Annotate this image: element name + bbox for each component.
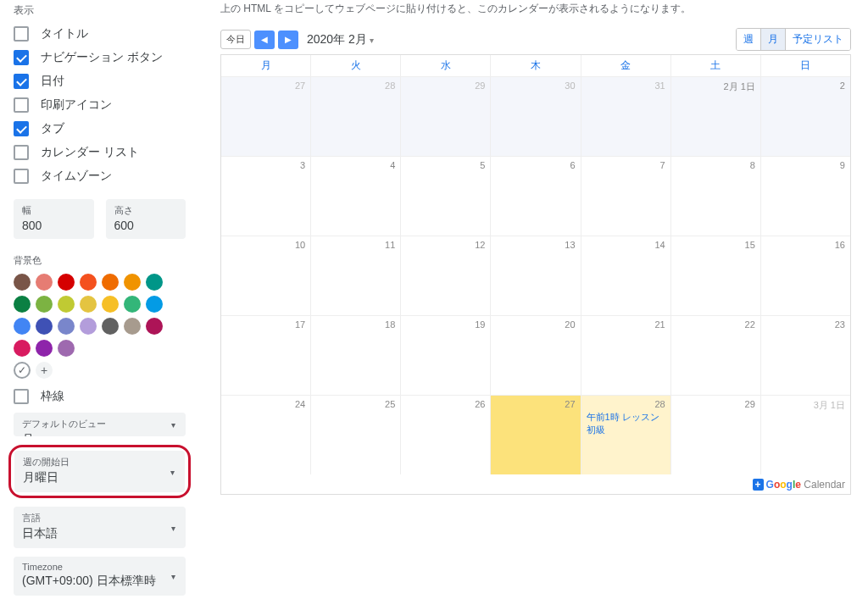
- prev-button[interactable]: ◀: [254, 30, 275, 49]
- calendar-day[interactable]: 3: [221, 156, 311, 236]
- calendar-day[interactable]: 20: [491, 315, 581, 395]
- calendar-day[interactable]: 16: [761, 236, 850, 315]
- view-tabs: 週 月 予定リスト: [736, 28, 851, 51]
- calendar-day[interactable]: 17: [221, 315, 311, 395]
- calendar-day[interactable]: 13: [491, 236, 581, 315]
- checkbox-icon: [14, 26, 29, 42]
- display-section-label: 表示: [14, 3, 186, 18]
- google-calendar-logo[interactable]: +Google Calendar: [753, 479, 845, 491]
- color-swatch[interactable]: [102, 296, 119, 313]
- checkbox-0[interactable]: タイトル: [14, 26, 186, 42]
- color-swatch[interactable]: [14, 340, 31, 357]
- color-swatch[interactable]: [124, 318, 141, 335]
- checkbox-icon: [14, 389, 29, 404]
- dow-header: 金: [581, 55, 671, 76]
- calendar-day[interactable]: 7: [581, 156, 671, 236]
- calendar-day[interactable]: 15: [671, 236, 761, 315]
- tab-month[interactable]: 月: [761, 29, 786, 50]
- tab-week[interactable]: 週: [737, 29, 761, 50]
- sidebar: 表示 タイトルナビゲーション ボタン日付印刷アイコンタブカレンダー リストタイム…: [0, 0, 199, 610]
- color-swatch[interactable]: [58, 296, 75, 313]
- color-swatch[interactable]: [36, 318, 53, 335]
- checkbox-icon: [14, 169, 29, 184]
- calendar-footer: +Google Calendar: [221, 474, 850, 494]
- color-swatch[interactable]: [146, 296, 163, 313]
- color-swatch[interactable]: [146, 318, 163, 335]
- calendar-day[interactable]: 3月 1日: [761, 395, 850, 474]
- checkbox-icon: [14, 50, 29, 65]
- color-swatch[interactable]: [80, 274, 97, 291]
- default-view-dropdown[interactable]: デフォルトのビュー 月: [14, 413, 186, 436]
- calendar-event[interactable]: 午前1時 レッスン初級: [587, 411, 665, 436]
- color-swatch[interactable]: [58, 274, 75, 291]
- calendar-day[interactable]: 23: [761, 315, 850, 395]
- calendar-day[interactable]: 2: [761, 76, 850, 156]
- calendar-day[interactable]: 19: [401, 315, 491, 395]
- height-field[interactable]: 高さ 600: [106, 199, 186, 239]
- language-dropdown[interactable]: 言語 日本語: [14, 507, 186, 548]
- dow-header: 日: [761, 55, 850, 76]
- calendar-day[interactable]: 14: [581, 236, 671, 315]
- dow-header: 土: [671, 55, 761, 76]
- calendar-day[interactable]: 4: [311, 156, 401, 236]
- calendar-day[interactable]: 2月 1日: [671, 76, 761, 156]
- helper-text: 上の HTML をコピーしてウェブページに貼り付けると、このカレンダーが表示され…: [220, 2, 851, 16]
- calendar-day[interactable]: 28: [311, 76, 401, 156]
- calendar-day[interactable]: 8: [671, 156, 761, 236]
- checkbox-4[interactable]: タブ: [14, 121, 186, 136]
- dow-header: 水: [401, 55, 491, 76]
- calendar-day[interactable]: 31: [581, 76, 671, 156]
- color-swatch[interactable]: [36, 340, 53, 357]
- calendar-day[interactable]: 30: [491, 76, 581, 156]
- dow-header: 木: [491, 55, 581, 76]
- calendar-day[interactable]: 21: [581, 315, 671, 395]
- color-swatch[interactable]: [14, 274, 31, 291]
- color-swatch[interactable]: [80, 318, 97, 335]
- timezone-dropdown[interactable]: Timezone (GMT+09:00) 日本標準時: [14, 557, 186, 596]
- calendar-day[interactable]: 11: [311, 236, 401, 315]
- checkbox-icon: [14, 97, 29, 113]
- calendar-day[interactable]: 27: [491, 395, 581, 474]
- calendar-day[interactable]: 12: [401, 236, 491, 315]
- calendar-day[interactable]: 6: [491, 156, 581, 236]
- add-color-button[interactable]: +: [36, 362, 53, 379]
- color-swatch[interactable]: [124, 296, 141, 313]
- selected-color-icon[interactable]: [14, 362, 31, 379]
- color-swatch[interactable]: [58, 340, 75, 357]
- calendar-day[interactable]: 5: [401, 156, 491, 236]
- calendar-day[interactable]: 27: [221, 76, 311, 156]
- calendar-day[interactable]: 9: [761, 156, 850, 236]
- color-swatch[interactable]: [36, 274, 53, 291]
- color-swatch[interactable]: [102, 318, 119, 335]
- next-button[interactable]: ▶: [278, 30, 298, 49]
- calendar-day[interactable]: 22: [671, 315, 761, 395]
- checkbox-2[interactable]: 日付: [14, 74, 186, 89]
- color-swatch[interactable]: [14, 318, 31, 335]
- checkbox-5[interactable]: カレンダー リスト: [14, 145, 186, 160]
- color-swatch[interactable]: [58, 318, 75, 335]
- calendar-day[interactable]: 29: [401, 76, 491, 156]
- calendar-title[interactable]: 2020年 2月: [307, 32, 374, 47]
- color-swatch[interactable]: [146, 274, 163, 291]
- checkbox-3[interactable]: 印刷アイコン: [14, 97, 186, 113]
- checkbox-1[interactable]: ナビゲーション ボタン: [14, 50, 186, 65]
- color-swatch[interactable]: [36, 296, 53, 313]
- calendar-day[interactable]: 18: [311, 315, 401, 395]
- calendar-day[interactable]: 26: [401, 395, 491, 474]
- calendar-day[interactable]: 28午前1時 レッスン初級: [581, 395, 671, 474]
- color-swatch[interactable]: [80, 296, 97, 313]
- week-start-dropdown[interactable]: 週の開始日 月曜日: [14, 451, 185, 492]
- calendar-day[interactable]: 10: [221, 236, 311, 315]
- border-checkbox[interactable]: 枠線: [14, 389, 186, 404]
- color-swatch[interactable]: [14, 296, 31, 313]
- today-button[interactable]: 今日: [220, 30, 251, 49]
- color-swatch[interactable]: [102, 274, 119, 291]
- week-start-highlight: 週の開始日 月曜日: [8, 445, 191, 498]
- tab-agenda[interactable]: 予定リスト: [786, 29, 850, 50]
- calendar-day[interactable]: 25: [311, 395, 401, 474]
- width-field[interactable]: 幅 800: [14, 199, 94, 239]
- calendar-day[interactable]: 29: [671, 395, 761, 474]
- calendar-day[interactable]: 24: [221, 395, 311, 474]
- color-swatch[interactable]: [124, 274, 141, 291]
- checkbox-6[interactable]: タイムゾーン: [14, 169, 186, 184]
